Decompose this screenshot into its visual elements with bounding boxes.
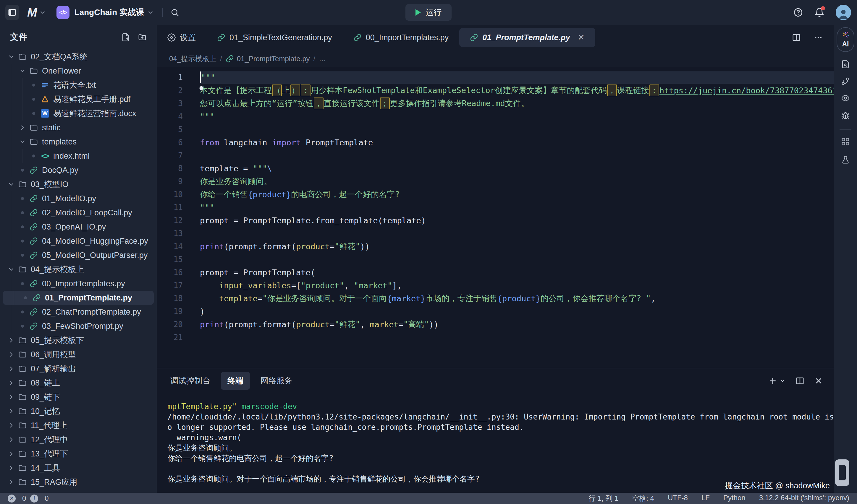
indent-guide xyxy=(22,149,22,163)
status-item[interactable]: Python xyxy=(723,494,745,503)
line-number: 7 xyxy=(157,151,183,160)
tree-folder[interactable]: 12_代理中 xyxy=(0,433,157,447)
tree-file[interactable]: 01_PromptTemplate.py xyxy=(3,291,154,305)
notifications-bell-icon[interactable] xyxy=(814,7,824,17)
line-number: 2 xyxy=(157,86,183,95)
tree-item-label: 03_FewShotPrompt.py xyxy=(42,322,123,331)
tree-folder[interactable]: 08_链上 xyxy=(0,376,157,390)
source-control-icon[interactable] xyxy=(841,77,850,86)
folder-icon xyxy=(29,123,38,132)
status-item[interactable]: UTF-8 xyxy=(668,494,688,503)
tree-file[interactable]: 01_ModelIO.py xyxy=(0,191,157,206)
tree-file[interactable]: 03_FewShotPrompt.py xyxy=(0,319,157,333)
indent-guide xyxy=(11,149,11,163)
tree-folder[interactable]: 06_调用模型 xyxy=(0,347,157,362)
panel-tab[interactable]: 网络服务 xyxy=(254,372,299,390)
status-item[interactable]: LF xyxy=(702,494,710,503)
code-line-content: template = """\ xyxy=(200,162,272,175)
tree-folder[interactable]: 04_提示模板上 xyxy=(0,262,157,277)
tree-file[interactable]: W易速鲜花运营指南.docx xyxy=(0,106,157,121)
tree-folder[interactable]: 05_提示模板下 xyxy=(0,333,157,347)
tree-folder[interactable]: 10_记忆 xyxy=(0,404,157,418)
status-item[interactable]: 空格: 4 xyxy=(632,494,654,503)
debug-bug-icon[interactable] xyxy=(841,111,850,120)
tree-file[interactable]: 00_ImportTemplates.py xyxy=(0,277,157,291)
tree-folder[interactable]: templates xyxy=(0,135,157,149)
tree-folder[interactable]: 11_代理上 xyxy=(0,418,157,433)
lightbulb-icon[interactable] xyxy=(198,85,205,95)
chevron-down-icon xyxy=(6,181,17,188)
extensions-grid-icon[interactable] xyxy=(841,137,850,146)
chevron-right-icon xyxy=(8,408,15,415)
split-editor-icon[interactable] xyxy=(792,33,801,42)
tree-folder[interactable]: static xyxy=(0,121,157,135)
editor-tab[interactable]: 01_SimpleTextGeneration.py xyxy=(206,28,343,47)
panel-tab[interactable]: 调试控制台 xyxy=(164,372,217,390)
avatar[interactable] xyxy=(836,5,851,20)
breadcrumb-item[interactable]: 01_PromptTemplate.py xyxy=(225,55,310,63)
tree-file[interactable]: 02_ModelIO_LoopCall.py xyxy=(0,206,157,220)
code-review-eye-icon[interactable] xyxy=(841,94,850,103)
marscode-logo[interactable]: M xyxy=(27,6,36,19)
ai-assistant-button[interactable]: AI xyxy=(837,27,854,52)
tree-file[interactable]: <>index.html xyxy=(0,149,157,163)
tree-file[interactable]: DocQA.py xyxy=(0,163,157,177)
tree-folder[interactable]: 03_模型IO xyxy=(0,177,157,191)
new-folder-icon[interactable] xyxy=(138,33,147,42)
problems-indicator[interactable]: ✕ 0 ! 0 xyxy=(8,494,49,503)
terminal-output[interactable]: mptTemplate.py" marscode-dev/home/cloudi… xyxy=(157,393,834,484)
chevron-down-icon[interactable] xyxy=(147,9,154,16)
code-line: 6from langchain import PromptTemplate xyxy=(157,136,834,149)
tab-label: 设置 xyxy=(180,32,196,43)
editor-tab[interactable]: 00_ImportTemplates.py xyxy=(343,28,459,47)
editor-tab[interactable]: 设置 xyxy=(157,28,206,47)
project-name[interactable]: LangChain 实战课 xyxy=(74,7,144,18)
tree-file[interactable]: 04_ModelIO_HuggingFace.py xyxy=(0,234,157,248)
status-item[interactable]: 3.12.2 64-bit ('shims': pyenv) xyxy=(759,494,849,503)
sidebar-toggle-button[interactable] xyxy=(5,5,19,20)
tree-file[interactable]: 易速鲜花员工手册.pdf xyxy=(0,92,157,106)
help-icon[interactable] xyxy=(793,7,803,17)
tree-file[interactable]: 03_OpenAI_IO.py xyxy=(0,220,157,234)
search-in-files-icon[interactable] xyxy=(841,60,850,69)
code-brackets-glyph: </> xyxy=(59,9,67,16)
panel-tab[interactable]: 终端 xyxy=(221,372,250,390)
run-button[interactable]: 运行 xyxy=(405,4,452,21)
tree-folder[interactable]: 07_解析输出 xyxy=(0,362,157,376)
breadcrumb-item[interactable]: … xyxy=(319,55,326,63)
status-item[interactable]: 行 1, 列 1 xyxy=(588,494,618,503)
indent-guide xyxy=(22,106,22,121)
tree-folder[interactable]: 14_工具 xyxy=(0,461,157,475)
close-panel-icon[interactable] xyxy=(814,377,823,385)
close-icon[interactable]: ✕ xyxy=(577,33,584,42)
chevron-down-icon xyxy=(779,378,786,384)
chevron-down-icon[interactable] xyxy=(39,9,46,16)
tree-folder[interactable]: OneFlower xyxy=(0,64,157,78)
breadcrumb-item[interactable]: 04_提示模板上 xyxy=(169,54,217,64)
tree-folder[interactable]: 02_文档QA系统 xyxy=(0,50,157,64)
folder-icon xyxy=(29,137,38,146)
tree-folder[interactable]: 15_RAG应用 xyxy=(0,475,157,489)
indent-guide xyxy=(14,291,14,305)
py-icon xyxy=(225,55,234,63)
code-line-content: ) xyxy=(200,305,205,318)
indent-guide xyxy=(11,234,11,248)
search-icon[interactable] xyxy=(170,8,179,17)
test-flask-icon[interactable] xyxy=(841,155,850,164)
tree-folder[interactable]: 09_链下 xyxy=(0,390,157,404)
split-panel-icon[interactable] xyxy=(795,376,804,385)
new-file-icon[interactable] xyxy=(121,33,130,42)
tree-file[interactable]: 花语大全.txt xyxy=(0,78,157,92)
tree-file[interactable]: 05_ModelIO_OutputParser.py xyxy=(0,248,157,262)
code-line-content: 本文件是【提示工程（上）：用少样本FewShotTemplate和Example… xyxy=(200,84,834,97)
mobile-preview-button[interactable] xyxy=(835,459,849,486)
py-icon xyxy=(470,33,478,42)
more-actions-icon[interactable] xyxy=(814,33,823,42)
folder-icon xyxy=(18,407,27,416)
tree-file[interactable]: 02_ChatPromptTemplate.py xyxy=(0,305,157,319)
new-terminal-button[interactable] xyxy=(768,376,786,385)
code-editor[interactable]: 1"""2本文件是【提示工程（上）：用少样本FewShotTemplate和Ex… xyxy=(157,67,834,368)
tree-folder[interactable]: 13_代理下 xyxy=(0,447,157,461)
code-line: 3您可以点击最上方的“运行”按钮，直接运行该文件；更多操作指引请参考Readme… xyxy=(157,97,834,110)
editor-tab[interactable]: 01_PromptTemplate.py✕ xyxy=(459,28,595,47)
